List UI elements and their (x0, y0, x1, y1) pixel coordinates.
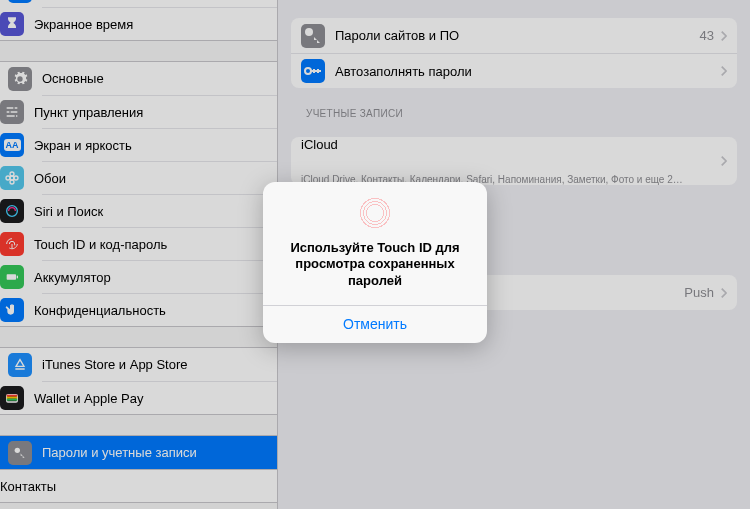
dialog-message: Используйте Touch ID для просмотра сохра… (279, 240, 471, 289)
cancel-button[interactable]: Отменить (263, 305, 487, 343)
touchid-dialog: Используйте Touch ID для просмотра сохра… (263, 182, 487, 343)
dialog-body: Используйте Touch ID для просмотра сохра… (263, 182, 487, 305)
fingerprint-icon (358, 196, 392, 230)
